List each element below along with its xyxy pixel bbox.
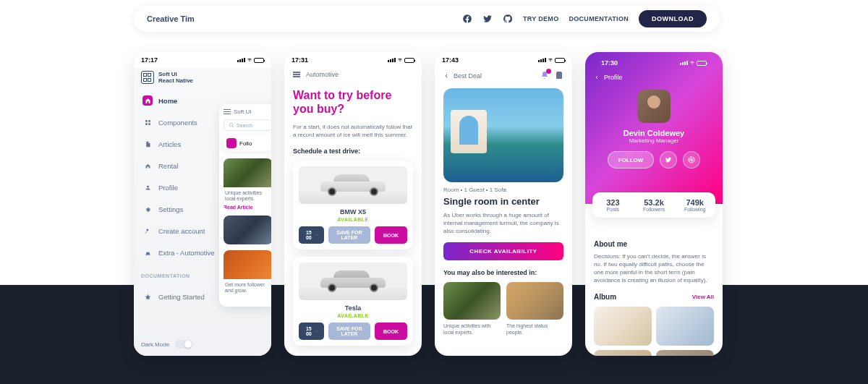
- app-logo: Soft UI React Native: [141, 71, 264, 84]
- car-card-1: BMW X5 AVAILABLE 15 00 SAVE FOR LATER BO…: [293, 161, 413, 249]
- book-button[interactable]: BOOK: [375, 226, 407, 244]
- car-image: [299, 263, 407, 300]
- interest-thumbnail: [506, 282, 563, 320]
- article-card-1[interactable]: Unique activities local experts. Read Ar…: [224, 158, 271, 210]
- check-availability-button[interactable]: CHECK AVAILABILITY: [443, 242, 563, 260]
- try-demo-link[interactable]: TRY DEMO: [523, 15, 558, 22]
- album-header: Album View All: [594, 293, 714, 301]
- logo-icon: [141, 71, 154, 84]
- time-select-button[interactable]: 15 00: [299, 226, 324, 244]
- status-bar: 17:31: [284, 52, 422, 68]
- article-card-2[interactable]: [224, 216, 271, 244]
- status-time: 17:31: [292, 56, 308, 64]
- stats-card: 323Posts 53.2kFollowers 749kFollowing: [592, 192, 715, 218]
- svg-rect-2: [145, 123, 148, 125]
- book-button[interactable]: BOOK: [375, 323, 407, 340]
- page-title: Want to try before you buy?: [293, 88, 413, 116]
- car-status: AVAILABLE: [299, 313, 407, 318]
- follow-button[interactable]: FOLLOW: [608, 151, 655, 168]
- page-subtitle: For a start, it does not automatically f…: [293, 123, 413, 139]
- phone-showcase: 17:17 Soft UI React Native Home Componen…: [134, 52, 723, 356]
- room-description: As Uber works through a huge amount of i…: [443, 211, 563, 235]
- svg-rect-3: [148, 123, 150, 125]
- article-card-3[interactable]: Get more follower and grow.: [224, 250, 271, 296]
- documentation-link[interactable]: DOCUMENTATION: [569, 15, 629, 22]
- svg-point-6: [146, 229, 148, 231]
- navbar-right: TRY DEMO DOCUMENTATION DOWNLOAD: [462, 10, 707, 27]
- album-grid: [594, 307, 714, 356]
- interest-card-1[interactable]: Unique activities with local experts.: [443, 282, 501, 336]
- back-button[interactable]: Best Deal: [443, 72, 482, 80]
- svg-rect-0: [145, 120, 148, 122]
- float-menu-label: Soft UI: [224, 108, 271, 115]
- battery-icon: [254, 58, 264, 63]
- status-bar: 17:43: [435, 52, 572, 68]
- facebook-icon[interactable]: [462, 14, 472, 24]
- notification-icon[interactable]: [540, 71, 549, 81]
- phone-screen-3: 17:43 Best Deal Room • 1 Guest • 1 Sofa: [435, 52, 572, 356]
- phone-screen-4: 17:30 Profile Devin Coldewey Marketing M…: [585, 52, 723, 356]
- car-card-2: Tesla AVAILABLE 15 00 SAVE FOR LATER BOO…: [293, 257, 413, 346]
- status-bar: 17:30: [594, 55, 714, 71]
- status-time: 17:43: [442, 56, 459, 64]
- wifi-icon: [689, 61, 695, 65]
- car-image: [299, 166, 407, 204]
- album-image-4[interactable]: [656, 350, 714, 356]
- page-header: Automotive: [293, 71, 413, 78]
- dribbble-icon[interactable]: [683, 151, 700, 168]
- album-image-1[interactable]: [594, 307, 652, 346]
- signal-icon: [680, 61, 688, 65]
- time-select-button[interactable]: 15 00: [299, 323, 324, 340]
- save-later-button[interactable]: SAVE FOR LATER: [328, 323, 370, 340]
- room-title: Single room in center: [443, 196, 563, 207]
- battery-icon: [697, 61, 707, 66]
- floating-panel: Soft UI Search Follo Unique activities l…: [219, 104, 271, 307]
- profile-name: Devin Coldewey: [594, 129, 714, 137]
- basket-icon[interactable]: [555, 71, 563, 80]
- interested-label: You may also be interested in:: [443, 269, 563, 276]
- phone-screen-2: 17:31 Automotive Want to try before you …: [284, 52, 422, 356]
- article-thumbnail: [224, 216, 271, 244]
- follow-card[interactable]: Follo: [224, 135, 271, 151]
- battery-icon: [404, 58, 414, 63]
- schedule-label: Schedule a test drive:: [293, 148, 413, 155]
- search-input[interactable]: Search: [224, 119, 271, 131]
- album-image-3[interactable]: [594, 350, 652, 356]
- interest-card-2[interactable]: The highest status people.: [506, 282, 563, 336]
- back-button[interactable]: Profile: [594, 74, 714, 81]
- album-image-2[interactable]: [656, 307, 714, 346]
- phone-screen-1: 17:17 Soft UI React Native Home Componen…: [134, 52, 271, 356]
- signal-icon: [237, 58, 245, 62]
- profile-hero: 17:30 Profile Devin Coldewey Marketing M…: [585, 52, 723, 204]
- avatar: [637, 90, 671, 123]
- github-icon[interactable]: [503, 14, 513, 24]
- status-time: 17:30: [601, 59, 618, 67]
- download-button[interactable]: DOWNLOAD: [639, 10, 707, 27]
- wifi-icon: [247, 58, 252, 62]
- signal-icon: [538, 58, 546, 62]
- svg-point-4: [147, 185, 149, 187]
- signal-icon: [388, 58, 396, 62]
- stat-following: 749kFollowing: [674, 198, 715, 212]
- svg-rect-1: [148, 120, 150, 122]
- twitter-icon[interactable]: [660, 151, 677, 168]
- view-all-link[interactable]: View All: [692, 294, 714, 300]
- stat-followers: 53.2kFollowers: [634, 198, 675, 212]
- about-text: Decisions: If you can't decide, the answ…: [594, 252, 714, 284]
- dark-mode-toggle[interactable]: Dark Mode: [141, 340, 192, 349]
- brand-name: Creative Tim: [147, 14, 195, 23]
- stat-posts: 323Posts: [592, 198, 634, 212]
- profile-actions: FOLLOW: [594, 151, 714, 168]
- toggle-switch[interactable]: [175, 340, 192, 349]
- car-status: AVAILABLE: [299, 217, 407, 222]
- twitter-icon[interactable]: [482, 14, 493, 24]
- page-header: Best Deal: [443, 71, 563, 81]
- battery-icon: [555, 58, 565, 63]
- interest-cards: Unique activities with local experts. Th…: [443, 282, 563, 336]
- menu-icon[interactable]: [293, 72, 300, 77]
- interest-thumbnail: [443, 282, 501, 320]
- wifi-icon: [397, 58, 403, 62]
- profile-role: Marketing Manager: [594, 137, 714, 144]
- wifi-icon: [548, 58, 553, 62]
- save-later-button[interactable]: SAVE FOR LATER: [328, 226, 370, 244]
